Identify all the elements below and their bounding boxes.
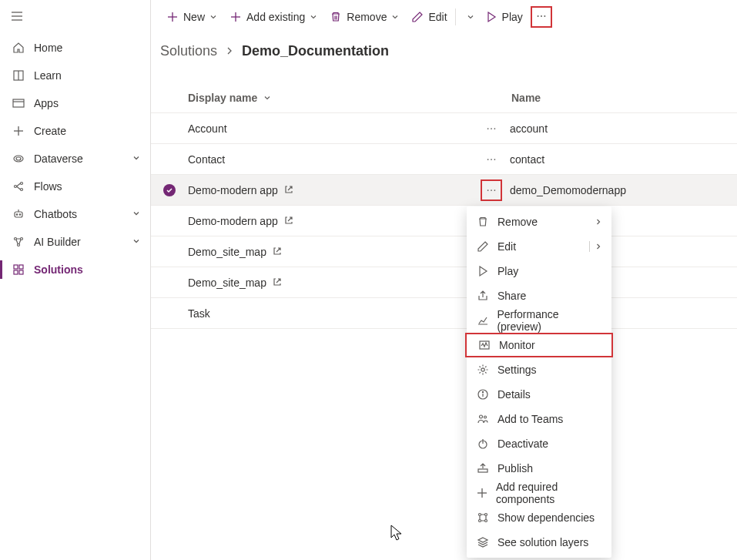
ctx-deactivate[interactable]: Deactivate bbox=[467, 431, 611, 456]
table-row[interactable]: Demo_site_map bbox=[151, 236, 737, 267]
ctx-label: Details bbox=[497, 388, 531, 401]
check-icon bbox=[163, 184, 176, 196]
sidebar-item-home[interactable]: Home bbox=[0, 34, 150, 62]
ctx-edit[interactable]: Edit bbox=[467, 234, 611, 259]
sidebar-item-chatbots[interactable]: Chatbots bbox=[0, 200, 150, 228]
svg-rect-24 bbox=[19, 270, 23, 274]
svg-rect-23 bbox=[14, 270, 18, 274]
svg-point-37 bbox=[491, 159, 492, 160]
solutions-icon bbox=[11, 262, 26, 277]
edit-button[interactable]: Edit bbox=[405, 5, 453, 29]
column-displayname[interactable]: Display name bbox=[188, 92, 257, 104]
solution-table: Display name Name Account account Contac… bbox=[151, 82, 737, 329]
svg-marker-59 bbox=[478, 538, 487, 542]
apps-icon bbox=[11, 96, 26, 111]
ctx-settings[interactable]: Settings bbox=[467, 357, 611, 382]
open-in-new-icon[interactable] bbox=[284, 215, 293, 227]
sidebar-item-dataverse[interactable]: Dataverse bbox=[0, 145, 150, 173]
table-row[interactable]: Task bbox=[151, 298, 737, 329]
cell-name: contact bbox=[510, 153, 544, 166]
ellipsis-icon bbox=[536, 11, 547, 24]
chatbot-icon bbox=[11, 206, 26, 222]
heartbeat-icon bbox=[477, 338, 491, 352]
table-row[interactable]: Demo-modern app bbox=[151, 206, 737, 236]
ctx-label: Deactivate bbox=[497, 438, 548, 450]
chevron-down-icon bbox=[391, 11, 399, 23]
ctx-performance[interactable]: Performance (preview) bbox=[467, 308, 611, 333]
table-row[interactable]: Demo_site_map bbox=[151, 267, 737, 298]
row-actions-button[interactable] bbox=[481, 149, 502, 170]
svg-point-57 bbox=[479, 520, 481, 522]
sidebar: Home Learn Apps Create Dataverse Flows C… bbox=[0, 0, 151, 560]
chevron-down-icon bbox=[467, 11, 474, 23]
hamburger-icon[interactable] bbox=[11, 10, 23, 25]
edit-split-button[interactable] bbox=[457, 5, 479, 29]
chevron-down-icon bbox=[132, 208, 141, 220]
cell-displayname: Account bbox=[188, 122, 227, 135]
sidebar-item-label: Solutions bbox=[34, 263, 141, 276]
ctx-add-required[interactable]: Add required components bbox=[467, 481, 611, 505]
play-button[interactable]: Play bbox=[479, 5, 529, 29]
svg-rect-22 bbox=[19, 265, 23, 269]
svg-point-31 bbox=[541, 15, 542, 17]
ctx-see-layers[interactable]: See solution layers bbox=[467, 530, 611, 555]
row-actions-button[interactable] bbox=[481, 118, 502, 139]
more-commands-button[interactable] bbox=[531, 6, 552, 28]
dependencies-icon bbox=[476, 511, 490, 525]
gear-icon bbox=[476, 363, 490, 377]
power-icon bbox=[476, 437, 490, 451]
plus-icon bbox=[229, 11, 242, 23]
sidebar-item-label: Home bbox=[34, 42, 141, 54]
open-in-new-icon[interactable] bbox=[284, 184, 293, 196]
svg-point-44 bbox=[481, 368, 484, 371]
sidebar-item-create[interactable]: Create bbox=[0, 117, 150, 145]
table-row[interactable]: Contact contact bbox=[151, 144, 737, 175]
ctx-publish[interactable]: Publish bbox=[467, 456, 611, 481]
svg-point-30 bbox=[537, 15, 538, 17]
table-row[interactable]: Account account bbox=[151, 113, 737, 144]
chart-icon bbox=[476, 314, 489, 327]
split-chevron[interactable] bbox=[589, 241, 602, 252]
ctx-label: Share bbox=[497, 290, 526, 302]
info-icon bbox=[476, 387, 490, 401]
dataverse-icon bbox=[11, 151, 26, 166]
new-button[interactable]: New bbox=[160, 5, 223, 29]
ctx-label: See solution layers bbox=[497, 536, 588, 548]
remove-button[interactable]: Remove bbox=[323, 5, 405, 29]
ctx-remove[interactable]: Remove bbox=[467, 210, 611, 234]
cell-name: demo_Demomodernapp bbox=[510, 184, 626, 196]
sidebar-item-label: Apps bbox=[34, 97, 141, 109]
breadcrumb-current: Demo_Documentation bbox=[242, 43, 389, 59]
play-icon bbox=[485, 11, 497, 23]
sidebar-item-apps[interactable]: Apps bbox=[0, 89, 150, 117]
plus-icon bbox=[11, 123, 26, 139]
sidebar-item-flows[interactable]: Flows bbox=[0, 173, 150, 200]
svg-point-36 bbox=[487, 159, 489, 160]
sidebar-item-aibuilder[interactable]: AI Builder bbox=[0, 228, 150, 256]
ctx-monitor[interactable]: Monitor bbox=[465, 333, 613, 357]
svg-point-55 bbox=[479, 514, 481, 516]
ctx-play[interactable]: Play bbox=[467, 259, 611, 283]
table-row[interactable]: Demo-modern app demo_Demomodernapp bbox=[151, 175, 737, 206]
cell-displayname: Demo_site_map bbox=[188, 277, 266, 289]
ctx-add-to-teams[interactable]: Add to Teams bbox=[467, 407, 611, 431]
ctx-show-dependencies[interactable]: Show dependencies bbox=[467, 505, 611, 530]
sidebar-item-learn[interactable]: Learn bbox=[0, 62, 150, 89]
svg-point-47 bbox=[482, 391, 483, 392]
open-in-new-icon[interactable] bbox=[273, 246, 282, 258]
breadcrumb-parent[interactable]: Solutions bbox=[160, 43, 217, 59]
ctx-details[interactable]: Details bbox=[467, 382, 611, 407]
cell-displayname: Demo-modern app bbox=[188, 215, 278, 227]
chevron-right-icon bbox=[225, 43, 234, 59]
cmd-label: New bbox=[183, 11, 205, 23]
sidebar-item-solutions[interactable]: Solutions bbox=[0, 256, 150, 283]
svg-point-32 bbox=[544, 15, 545, 17]
ctx-share[interactable]: Share bbox=[467, 283, 611, 308]
svg-point-17 bbox=[19, 214, 20, 215]
column-name[interactable]: Name bbox=[511, 92, 541, 104]
row-actions-button[interactable] bbox=[481, 179, 502, 201]
svg-point-40 bbox=[491, 189, 492, 191]
svg-rect-5 bbox=[13, 99, 24, 107]
open-in-new-icon[interactable] bbox=[273, 277, 282, 289]
add-existing-button[interactable]: Add existing bbox=[223, 5, 323, 29]
